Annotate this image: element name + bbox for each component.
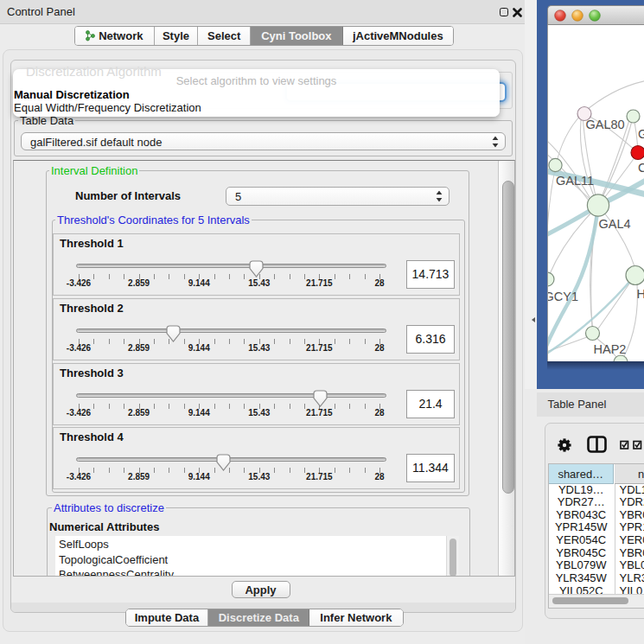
svg-text:GAL80: GAL80 [586, 118, 625, 131]
svg-text:C: C [638, 161, 644, 175]
svg-text:GAL11: GAL11 [556, 173, 594, 187]
svg-text:GAL4: GAL4 [599, 216, 631, 230]
svg-text:GA: GA [638, 127, 644, 141]
svg-text:H: H [637, 287, 644, 301]
svg-text:HAP2: HAP2 [594, 342, 627, 356]
svg-text:GCY1: GCY1 [548, 290, 578, 303]
